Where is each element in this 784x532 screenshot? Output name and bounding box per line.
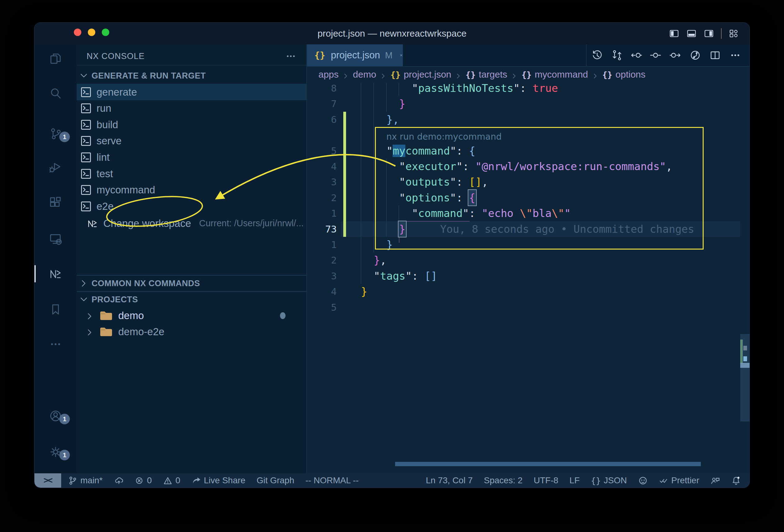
section-common-nx-commands[interactable]: COMMON NX COMMANDS — [77, 276, 306, 291]
toggle-secondary-sidebar-icon[interactable] — [704, 28, 714, 39]
token: bla — [533, 207, 552, 219]
status-0[interactable]: 0 — [163, 476, 180, 485]
codelens-run-command[interactable]: nx run demo:mycommand — [386, 129, 502, 145]
activity-item-settings[interactable]: 1 — [34, 443, 77, 461]
status-octoface[interactable] — [638, 476, 648, 485]
code-line[interactable]: 7 } — [307, 96, 750, 111]
status-live-share[interactable]: Live Share — [192, 476, 246, 485]
gitlens-graph-icon[interactable] — [689, 49, 701, 61]
tab-close-icon[interactable] — [399, 51, 403, 60]
line-text: } — [361, 96, 405, 111]
activity-item-extensions[interactable] — [34, 193, 77, 212]
terminal-icon — [80, 201, 91, 212]
target-item-run[interactable]: run — [77, 100, 306, 117]
breadcrumb-item[interactable]: mycommand — [535, 69, 588, 80]
status-label: main* — [80, 476, 103, 485]
token: executor — [405, 160, 456, 173]
breadcrumb-item[interactable]: project.json — [404, 69, 451, 80]
change-workspace-item[interactable]: Change workspaceCurrent: /Users/juri/nrw… — [77, 215, 306, 231]
remote-indicator[interactable]: >< — [34, 473, 61, 487]
status-feedback[interactable] — [710, 476, 720, 485]
code-line-current[interactable]: 73 }You, 8 seconds ago • Uncommitted cha… — [307, 221, 750, 237]
project-item-demo-e2e[interactable]: demo-e2e — [77, 324, 306, 340]
titlebar: project.json — newnxreactwrkspace — [34, 23, 750, 45]
activity-item-more[interactable] — [34, 335, 77, 353]
code-line[interactable]: 2 "options": { — [307, 190, 750, 205]
breadcrumb-item[interactable]: targets — [479, 69, 507, 80]
status-normal[interactable]: -- NORMAL -- — [305, 476, 359, 485]
activity-item-accounts[interactable]: 1 — [34, 407, 77, 425]
status-main[interactable]: main* — [68, 476, 103, 485]
activity-item-run-debug[interactable] — [34, 158, 77, 176]
horizontal-scrollbar[interactable] — [395, 462, 701, 466]
code-line[interactable]: 5 — [307, 300, 750, 315]
code-line[interactable]: 2 }, — [307, 252, 750, 268]
target-item-build[interactable]: build — [77, 116, 306, 133]
token: : — [456, 176, 469, 188]
status-ln-73-col-7[interactable]: Ln 73, Col 7 — [426, 476, 473, 485]
status-0[interactable]: 0 — [135, 476, 152, 485]
open-changes-icon[interactable] — [649, 49, 662, 61]
status-utf-8[interactable]: UTF-8 — [534, 476, 558, 485]
line-text: } — [361, 237, 393, 252]
customize-layout-icon[interactable] — [728, 28, 739, 39]
activity-item-remote-explorer[interactable] — [34, 230, 77, 248]
toggle-primary-sidebar-icon[interactable] — [669, 28, 679, 39]
target-item-generate[interactable]: generate — [77, 84, 306, 100]
token: " — [513, 83, 520, 94]
status-prettier[interactable]: Prettier — [659, 476, 699, 485]
next-change-icon[interactable] — [669, 49, 681, 61]
target-item-e2e[interactable]: e2e — [77, 198, 306, 215]
code-line[interactable]: 8 "passWithNoTests": true — [307, 83, 750, 96]
code-line[interactable]: nx run demo:mycommand — [307, 127, 750, 143]
code-line[interactable]: 1 } — [307, 237, 750, 252]
activity-item-search[interactable] — [34, 85, 77, 103]
status-spaces-2[interactable]: Spaces: 2 — [484, 476, 523, 485]
status-bell-dot[interactable] — [731, 476, 741, 485]
target-item-lint[interactable]: lint — [77, 149, 306, 165]
toggle-panel-icon[interactable] — [686, 28, 697, 39]
split-editor-icon[interactable] — [709, 49, 721, 61]
more-actions-icon[interactable] — [729, 49, 741, 61]
code-line[interactable]: 4} — [307, 284, 750, 299]
activity-item-bookmarks[interactable] — [34, 301, 77, 318]
target-item-mycommand[interactable]: mycommand — [77, 182, 306, 198]
breadcrumb-item[interactable]: options — [615, 69, 646, 80]
activity-item-explorer[interactable] — [34, 50, 77, 68]
status-cloud-upload[interactable] — [114, 476, 123, 485]
breadcrumb-item[interactable]: demo — [353, 69, 376, 80]
code-line[interactable]: 3 "outputs": [], — [307, 174, 750, 190]
project-item-demo[interactable]: demo — [77, 308, 306, 324]
code-line[interactable]: 5 "mycommand": { — [307, 143, 750, 159]
status-git-graph[interactable]: Git Graph — [257, 476, 294, 485]
tab-project-json[interactable]: {} project.json M — [307, 45, 403, 66]
line-number: 3 — [307, 268, 337, 284]
nx-logo-icon — [86, 218, 99, 229]
target-item-serve[interactable]: serve — [77, 133, 306, 149]
section-projects[interactable]: PROJECTS — [77, 292, 306, 307]
token: " — [374, 270, 380, 282]
timeline-icon[interactable] — [591, 49, 604, 61]
sidebar-more-actions-icon[interactable] — [281, 50, 300, 62]
previous-change-icon[interactable] — [631, 49, 643, 61]
status-label: JSON — [604, 476, 627, 485]
status-lf[interactable]: LF — [569, 476, 580, 485]
code-line[interactable]: 3 "tags": [] — [307, 268, 750, 284]
compare-changes-icon[interactable] — [611, 49, 623, 61]
token: } — [361, 285, 367, 298]
status-json[interactable]: {}JSON — [591, 476, 627, 485]
code-line[interactable]: 4 "executor": "@nrwl/workspace:run-comma… — [307, 159, 750, 174]
code-line[interactable]: 1 "command": "echo \"bla\"" — [307, 205, 750, 221]
line-text: "tags": [] — [361, 268, 437, 284]
tab-bar: {} project.json M — [307, 45, 750, 67]
section-generate-run-target[interactable]: GENERATE & RUN TARGET — [77, 68, 306, 83]
code-editor[interactable]: 8 "passWithNoTests": true7 }6 },nx run d… — [307, 83, 750, 473]
code-line[interactable]: 6 }, — [307, 112, 750, 127]
activity-item-source-control[interactable]: 1 — [34, 125, 77, 143]
live-share-icon — [192, 476, 201, 485]
target-item-test[interactable]: test — [77, 165, 306, 182]
sidebar-title: NX CONSOLE — [87, 50, 145, 62]
activity-item-nx-console[interactable] — [34, 265, 77, 283]
breadcrumb-item[interactable]: apps — [318, 69, 339, 80]
feedback-icon — [710, 476, 720, 485]
